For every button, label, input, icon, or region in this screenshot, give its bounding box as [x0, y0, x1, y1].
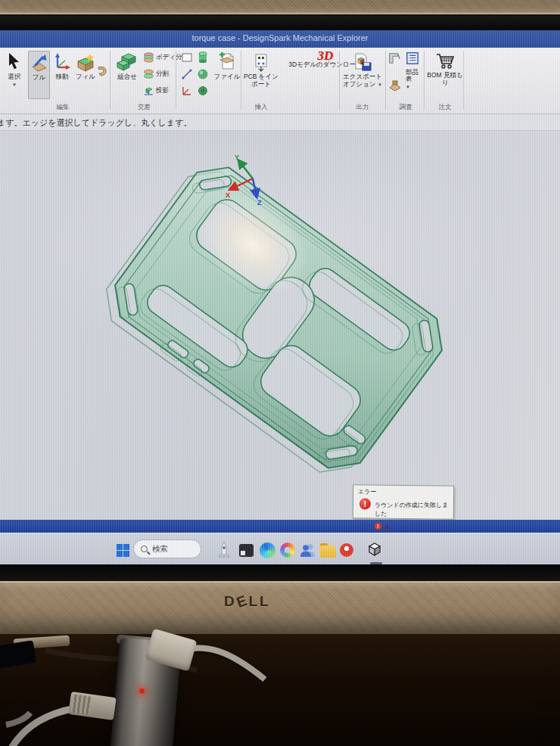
taskbar-search[interactable]: 検索 [133, 539, 201, 558]
sketch-axes-button[interactable] [180, 84, 194, 98]
search-icon [141, 546, 148, 552]
new-file-icon [218, 52, 236, 72]
bom-table-button[interactable]: 部品表 ▼ [406, 69, 424, 91]
group-label-insert: 挿入 [244, 102, 278, 111]
export-icon [353, 52, 372, 72]
bom-list-icon [406, 51, 419, 66]
combine-button[interactable]: 組合せ [113, 51, 142, 80]
pin-icon [340, 543, 353, 557]
windows-start-icon [117, 544, 129, 557]
pcb-import-icon [252, 52, 270, 72]
taskbar-app-pin[interactable] [338, 541, 356, 559]
ribbon-separator [339, 51, 340, 110]
monitor-screen: torque case - DesignSpark Mechanical Exp… [0, 30, 560, 564]
caliper-icon [387, 51, 401, 65]
sketch-rect-button[interactable] [180, 51, 194, 64]
fill-icon [76, 52, 95, 72]
project-icon [143, 85, 154, 96]
copilot-icon [280, 542, 295, 558]
axis-triad-icon: Y X Z [224, 154, 277, 210]
ribbon-separator [241, 51, 241, 110]
app-status-bar: ! [0, 520, 560, 533]
combine-icon [116, 52, 138, 72]
search-label: 検索 [152, 544, 168, 555]
gear-button[interactable] [196, 84, 210, 98]
cylinder-button[interactable] [196, 51, 210, 64]
taskbar-app-people[interactable] [299, 541, 317, 559]
torque-case-model[interactable] [0, 131, 560, 520]
cart-icon [435, 52, 455, 70]
export-caret: ▼ [378, 82, 382, 87]
windows-taskbar: 検索 [0, 533, 560, 564]
dell-logo: DELL [224, 593, 277, 611]
group-label-investigate: 調査 [387, 102, 424, 111]
caliper-button[interactable] [387, 51, 401, 65]
sphere-icon [197, 68, 209, 80]
taskbar-app-designspark[interactable] [366, 541, 384, 559]
bom-quote-button[interactable]: BOM 見積もり [426, 51, 464, 86]
select-caret: ▼ [12, 82, 17, 87]
select-button[interactable]: 選択 ▼ [2, 51, 27, 89]
error-popup-title: エラー [358, 487, 376, 496]
taskbar-app-explorer[interactable] [319, 541, 337, 559]
hint-text: ます。エッジを選択してドラッグし、丸くします。 [0, 118, 191, 127]
select-cursor-icon [6, 52, 23, 72]
axis-label-y: Y [235, 154, 239, 161]
taskbar-app-edge[interactable] [258, 541, 276, 559]
clamp-button[interactable] [95, 64, 109, 78]
stamp-button[interactable] [388, 79, 402, 93]
axis-label-z: Z [257, 199, 262, 207]
ribbon-separator [463, 51, 464, 110]
group-label-order: 注文 [426, 102, 464, 111]
bom-table-button-icon[interactable] [406, 51, 419, 65]
sphere-button[interactable] [196, 67, 210, 81]
clamp-icon [96, 65, 108, 77]
split-icon [143, 69, 154, 79]
monitor-top-bezel [0, 0, 560, 14]
gear-icon [197, 85, 209, 97]
designspark-cube-icon [366, 541, 384, 559]
pcb-import-button[interactable]: PCB をインポート [244, 51, 278, 88]
power-led [139, 688, 145, 694]
split-button[interactable]: 分割 [143, 69, 169, 79]
rocket-icon [216, 541, 232, 559]
3d-viewport[interactable]: Y X Z エラー ! ラウンドの作成に失敗しました [0, 131, 560, 520]
monitor-screen-border-top [0, 16, 560, 30]
window-title: torque case - DesignSpark Mechanical Exp… [192, 33, 369, 42]
export-options-button[interactable]: エクスポート オプション ▼ [342, 51, 383, 89]
project-button[interactable]: 投影 [143, 85, 169, 96]
pull-arrow-icon [30, 53, 48, 73]
file-button[interactable]: ファイル [213, 51, 241, 80]
ribbon-separator [424, 51, 425, 110]
people-icon [300, 542, 316, 558]
start-button[interactable] [114, 541, 132, 559]
app-titlebar[interactable]: torque case - DesignSpark Mechanical Exp… [0, 30, 560, 48]
desk-scene [0, 634, 560, 746]
error-popup-message: ラウンドの作成に失敗しました [375, 501, 453, 518]
status-error-icon[interactable]: ! [375, 523, 381, 530]
sketch-line-button[interactable] [180, 67, 194, 81]
ribbon-separator [385, 51, 386, 110]
taskbar-app-dark[interactable] [237, 541, 255, 559]
split-body-icon [143, 52, 154, 63]
stamp-icon [388, 80, 402, 92]
bom-table-caret: ▼ [406, 84, 410, 91]
move-button[interactable]: 移動 [51, 51, 73, 80]
photo-of-monitor: torque case - DesignSpark Mechanical Exp… [0, 0, 560, 746]
group-label-output: 出力 [342, 102, 383, 111]
pull-button[interactable]: プル [28, 51, 50, 99]
taskbar-app-rocket[interactable] [215, 541, 233, 559]
error-popup: エラー ! ラウンドの作成に失敗しました [353, 484, 454, 519]
monitor-speaker-bezel [0, 581, 560, 634]
fill-button[interactable]: フィル [74, 51, 97, 80]
status-error-caret[interactable] [384, 526, 389, 529]
sketch-line-icon [182, 69, 192, 79]
cylinder-icon [198, 51, 208, 64]
taskbar-app-copilot[interactable] [278, 541, 297, 559]
status-hint-bar: ます。エッジを選択してドラッグし、丸くします。 [0, 114, 560, 131]
folder-icon [320, 546, 336, 558]
axis-label-x: X [226, 191, 230, 199]
move-icon [53, 52, 71, 72]
dark-app-icon [239, 544, 254, 557]
cables [0, 634, 560, 746]
